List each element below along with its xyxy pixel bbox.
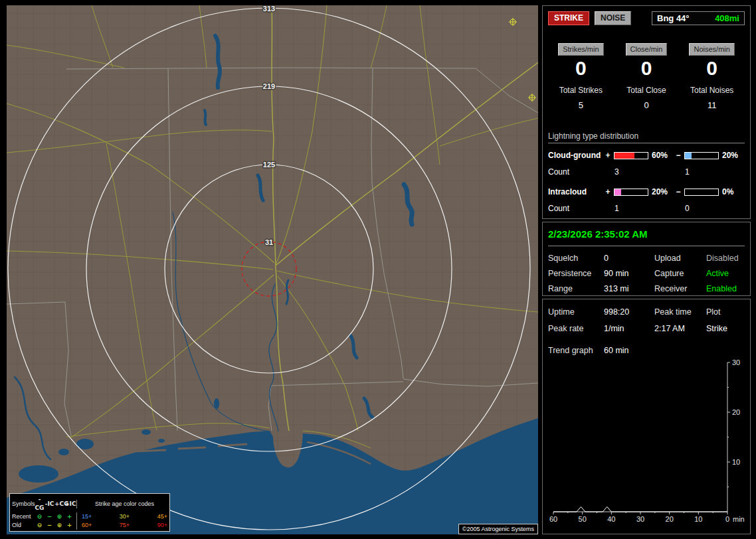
trend-window-value: 60 min [604, 346, 629, 355]
svg-text:30: 30 [636, 515, 644, 523]
trend-chart: 6050403020100min102030 [548, 355, 745, 529]
bar-fill [685, 153, 692, 159]
stats-grid: Uptime 998:20 Peak time Plot Peak rate 1… [548, 307, 745, 333]
positive-percent: 20% [650, 187, 674, 196]
distribution-title: Lightning type distribution [548, 131, 745, 141]
noises-per-min-column: Noises/min 0 [679, 42, 745, 79]
range-ring-label-313: 313 [263, 5, 275, 13]
age-code: 60+ [82, 521, 92, 530]
capture-status: Active [706, 269, 745, 278]
noises-per-min-value: 0 [679, 58, 745, 79]
cloud-ground-label: Cloud-ground [548, 151, 604, 160]
divider [548, 143, 745, 143]
count-label: Count [548, 204, 604, 213]
negative-percent: 20% [721, 151, 745, 160]
age-code: 15+ [82, 512, 92, 521]
svg-text:30: 30 [732, 358, 740, 366]
peak-rate-value: 1/min [604, 324, 654, 333]
strikes-per-min-button[interactable]: Strikes/min [558, 43, 603, 56]
legend-col-pos-cg: +CG [54, 500, 64, 508]
persistence-value: 90 min [604, 269, 654, 278]
total-noises: Total Noises 11 [679, 86, 745, 110]
positive-count: 1 [604, 204, 676, 213]
pos-ic-recent-icon: + [64, 512, 74, 521]
strikes-per-min-column: Strikes/min 0 [548, 42, 614, 79]
intracloud-count-row: Count 1 0 [548, 204, 745, 213]
negative-count: 1 [676, 167, 690, 177]
positive-count: 3 [604, 167, 676, 177]
capture-label: Capture [654, 269, 706, 278]
close-per-min-value: 0 [614, 58, 680, 79]
svg-text:10: 10 [732, 458, 740, 466]
range-ring-label-125: 125 [263, 161, 275, 169]
uptime-label: Uptime [548, 307, 604, 317]
nexstorm-app: { "map": { "copyright": "©2005 Astrogeni… [0, 0, 756, 539]
svg-text:20: 20 [732, 408, 740, 416]
legend-col-neg-cg: -CG [35, 495, 45, 512]
cloud-ground-count-row: Count 3 1 [548, 167, 745, 177]
rate-counters: Strikes/min 0 Close/min 0 Noises/min 0 [548, 42, 745, 79]
close-per-min-column: Close/min 0 [614, 42, 680, 79]
neg-ic-old-icon: − [45, 521, 54, 530]
divider [548, 246, 745, 246]
noises-per-min-button[interactable]: Noises/min [689, 43, 734, 56]
age-code: 45+ [157, 512, 167, 521]
bearing-label: Bng 44° [657, 13, 690, 23]
pos-cg-old-icon: ⊕ [54, 521, 64, 530]
range-value: 313 mi [604, 284, 654, 293]
map-canvas: 313 219 125 31 [7, 5, 538, 534]
upload-label: Upload [654, 254, 706, 263]
stats-trend-panel: Uptime 998:20 Peak time Plot Peak rate 1… [542, 299, 751, 534]
neg-cg-recent-icon: ⊖ [35, 512, 45, 521]
bar-fill [614, 153, 634, 159]
positive-bar [614, 189, 648, 196]
legend-recent-label: Recent [12, 512, 35, 521]
trend-graph-row: Trend graph 60 min [548, 346, 745, 355]
negative-bar [684, 152, 719, 159]
peak-time-label: Peak time [654, 307, 706, 317]
total-strikes-value: 5 [548, 100, 614, 110]
svg-text:0: 0 [725, 515, 729, 523]
close-per-min-button[interactable]: Close/min [626, 43, 668, 56]
total-close: Total Close 0 [614, 86, 680, 110]
totals-row: Total Strikes 5 Total Close 0 Total Nois… [548, 86, 745, 110]
neg-cg-old-icon: ⊖ [35, 521, 45, 530]
age-code: 75+ [120, 521, 130, 530]
bar-fill [614, 189, 621, 195]
indicator-row: STRIKE NOISE Bng 44° 408mi [548, 11, 745, 25]
legend-header-row: Symbols -CG -IC +CG +IC Strike age color… [12, 495, 167, 512]
receiver-label: Receiver [654, 284, 706, 293]
negative-count: 0 [676, 204, 690, 213]
neg-ic-recent-icon: − [45, 512, 54, 521]
strike-indicator-button[interactable]: STRIKE [548, 11, 589, 25]
total-noises-value: 11 [679, 100, 745, 110]
svg-text:40: 40 [607, 515, 615, 523]
pos-cg-recent-icon: ⊕ [54, 512, 64, 521]
noise-indicator-button[interactable]: NOISE [595, 11, 631, 25]
svg-text:50: 50 [579, 515, 587, 523]
age-code: 30+ [120, 512, 130, 521]
age-code: 90+ [157, 521, 167, 530]
total-strikes: Total Strikes 5 [548, 86, 614, 110]
legend-col-pos-ic: +IC [64, 500, 74, 508]
persistence-label: Persistence [548, 269, 604, 278]
intracloud-row: Intracloud + 20% − 0% [548, 187, 745, 196]
svg-text:min: min [733, 515, 745, 523]
total-close-value: 0 [614, 100, 680, 110]
plot-label: Plot [706, 307, 745, 317]
negative-bar [684, 189, 719, 196]
negative-sign: − [674, 151, 682, 160]
datetime-display: 2/23/2026 2:35:02 AM [548, 226, 745, 244]
trend-graph-label: Trend graph [548, 346, 604, 355]
svg-text:10: 10 [694, 515, 702, 523]
positive-sign: + [604, 187, 612, 196]
upload-status: Disabled [706, 254, 745, 263]
copyright-notice: ©2005 Astrogenic Systems [458, 524, 538, 534]
status-panel: 2/23/2026 2:35:02 AM Squelch 0 Upload Di… [542, 222, 751, 296]
lightning-map[interactable]: 313 219 125 31 Symbols -CG -IC +CG +IC S… [7, 5, 538, 534]
intracloud-label: Intracloud [548, 187, 604, 196]
status-grid: Squelch 0 Upload Disabled Persistence 90… [548, 254, 745, 293]
squelch-label: Squelch [548, 254, 604, 263]
strikes-per-min-value: 0 [548, 58, 614, 79]
svg-text:60: 60 [549, 515, 557, 523]
